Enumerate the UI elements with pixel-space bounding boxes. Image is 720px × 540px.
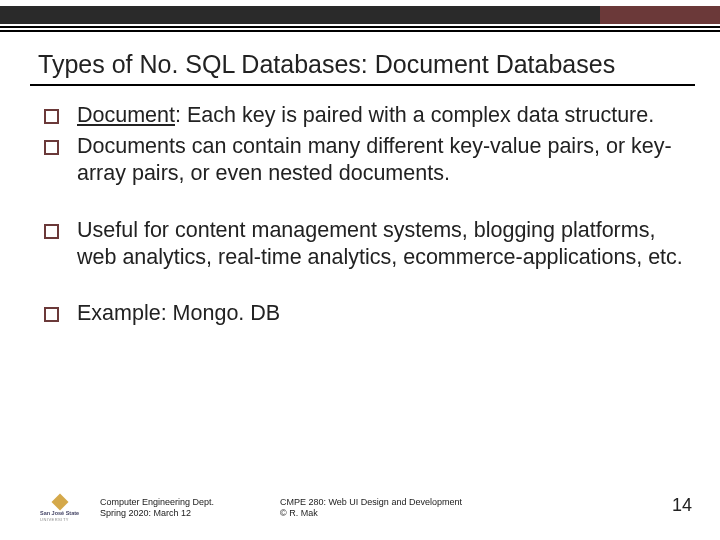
logo-text: San José State — [40, 510, 79, 516]
divider-line — [0, 26, 720, 28]
title-underline — [30, 84, 695, 86]
top-bar-accent — [600, 6, 720, 24]
list-item: Useful for content management systems, b… — [44, 217, 684, 271]
list-item: Documents can contain many different key… — [44, 133, 684, 187]
university-logo: San José State UNIVERSITY — [40, 496, 82, 520]
bullet-text: Example: Mongo. DB — [77, 300, 684, 327]
logo-subtext: UNIVERSITY — [40, 517, 69, 522]
divider-line — [0, 30, 720, 32]
bullet-icon — [44, 109, 59, 124]
logo-icon — [52, 494, 69, 511]
list-item: Example: Mongo. DB — [44, 300, 684, 327]
page-number: 14 — [672, 495, 692, 516]
footer-course: CMPE 280: Web UI Design and Development … — [280, 497, 462, 520]
bullet-icon — [44, 140, 59, 155]
bullet-text: Document: Each key is paired with a comp… — [77, 102, 684, 129]
list-item: Document: Each key is paired with a comp… — [44, 102, 684, 129]
bullet-icon — [44, 307, 59, 322]
slide-title: Types of No. SQL Databases: Document Dat… — [38, 50, 615, 79]
bullet-text: Useful for content management systems, b… — [77, 217, 684, 271]
footer-department: Computer Engineering Dept. Spring 2020: … — [100, 497, 214, 520]
bullet-icon — [44, 224, 59, 239]
bullet-text: Documents can contain many different key… — [77, 133, 684, 187]
slide-body: Document: Each key is paired with a comp… — [44, 102, 684, 331]
